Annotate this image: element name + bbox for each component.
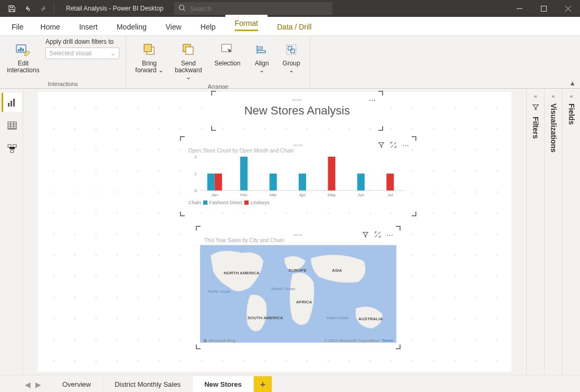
chart-plot-area: 012JanFebMarAprMayJunJul [184,155,412,199]
chevron-down-icon: ⌄ [110,50,116,57]
data-view-button[interactable] [2,116,22,135]
side-panes: « Filters « Visualizations « Fields [526,89,580,375]
filter-icon[interactable] [362,231,369,240]
svg-rect-30 [270,174,277,190]
workspace: ══ ⋯ New Stores Analysis ══ ⋯ Open Store… [0,89,580,375]
svg-rect-16 [13,99,15,107]
ribbon: Edit interactions Apply drill down filte… [0,36,580,89]
visual-options-icon[interactable]: ⋯ [386,231,393,240]
tab-view[interactable]: View [156,18,191,35]
ribbon-group-label: Interactions [48,81,78,88]
svg-rect-20 [11,150,14,152]
filter-icon[interactable] [378,141,385,150]
tab-help[interactable]: Help [191,18,225,35]
tab-data-drill[interactable]: Data / Drill [268,18,321,35]
page-next-button[interactable]: ▶ [33,380,43,389]
filters-pane[interactable]: « Filters [526,89,544,375]
svg-rect-3 [18,49,20,51]
edit-interactions-button[interactable]: Edit interactions [6,38,40,76]
page-prev-button[interactable]: ◀ [22,380,33,389]
expand-icon: « [534,93,537,99]
svg-rect-36 [357,174,365,190]
fields-pane[interactable]: « Fields [562,89,580,375]
tab-modeling[interactable]: Modeling [107,18,156,35]
map-attribution: © 2022 Microsoft Corporation Terms [324,338,393,343]
search-input[interactable] [190,5,328,13]
map-provider: ▣ Microsoft Bing [203,338,235,343]
bring-forward-icon [142,40,157,59]
group-label: Group⌄ [282,60,300,74]
tab-home[interactable]: Home [31,18,70,35]
svg-text:Jun: Jun [357,193,364,197]
align-button[interactable]: Align⌄ [250,38,274,76]
svg-text:1: 1 [195,171,197,176]
svg-text:SOUTH AMERICA: SOUTH AMERICA [248,315,283,320]
quick-access-toolbar [0,1,51,16]
legend-prefix: Chain [188,200,201,205]
report-view-button[interactable] [2,93,22,112]
svg-text:Indian Ocean: Indian Ocean [327,316,349,320]
expand-icon: « [552,93,555,99]
svg-rect-15 [11,101,12,107]
tab-format[interactable]: Format [225,15,268,35]
drag-handle-icon[interactable]: ══ [293,231,303,238]
drag-handle-icon[interactable]: ══ [292,96,302,103]
redo-button[interactable] [36,1,51,16]
selection-pane-button[interactable]: Selection [211,38,244,69]
divider [54,3,54,14]
svg-rect-13 [291,49,294,53]
model-view-button[interactable] [2,139,22,158]
page-tabs: ◀ ▶ Overview District Monthly Sales New … [0,375,580,392]
page-tab-monthly[interactable]: District Monthly Sales [103,376,193,392]
bring-forward-button[interactable]: Bring forward ⌄ [132,38,166,76]
svg-text:Atlantic Ocean: Atlantic Ocean [271,287,296,291]
drag-handle-icon[interactable]: ══ [293,141,303,149]
send-backward-button[interactable]: Send backward ⌄ [172,38,205,83]
titlebar: Retail Analysis - Power BI Desktop [0,0,580,17]
maximize-button[interactable] [531,0,556,17]
svg-text:Mar: Mar [270,193,277,197]
page-tab-new-stores[interactable]: New Stores [193,376,254,392]
undo-button[interactable] [20,1,35,16]
map-terms-link[interactable]: Terms [382,338,393,343]
ribbon-collapse-button[interactable]: ▲ [569,79,576,87]
svg-rect-34 [328,157,335,190]
svg-text:Jul: Jul [387,193,393,197]
page-tab-overview[interactable]: Overview [51,376,103,392]
svg-rect-14 [8,103,9,107]
tab-insert[interactable]: Insert [70,18,107,35]
svg-text:ASIA: ASIA [332,268,342,273]
add-page-button[interactable]: + [254,376,272,393]
svg-rect-28 [240,157,248,190]
visual-options-icon[interactable]: ⋯ [402,141,409,150]
visual-options-icon[interactable]: ⋯ [369,96,376,104]
svg-rect-4 [20,47,22,51]
close-button[interactable] [556,0,580,17]
svg-text:May: May [328,193,336,197]
selection-icon [220,40,235,59]
send-backward-icon [181,40,196,59]
map-visual[interactable]: ══ ⋯ This Year Sales by City and Chain N… [200,230,396,345]
focus-mode-icon[interactable] [374,231,381,240]
bar-chart-visual[interactable]: ══ ⋯ Open Store Count by Open Month and … [184,140,412,212]
save-button[interactable] [4,1,19,16]
visualizations-pane[interactable]: « Visualizations [544,89,562,375]
title-text-visual[interactable]: ══ ⋯ New Stores Analysis [215,95,379,127]
send-backward-label: Send backward ⌄ [173,60,204,81]
tab-file[interactable]: File [4,18,31,35]
legend-swatch-b [244,200,249,205]
drill-filter-control: Apply drill down filters to Selected vis… [45,38,119,59]
chart-legend: Chain Fashions Direct Lindseys [184,199,412,206]
focus-mode-icon[interactable] [390,141,397,150]
svg-rect-9 [186,47,193,54]
group-button[interactable]: Group⌄ [279,38,303,76]
svg-text:Jan: Jan [211,193,218,197]
funnel-icon [532,103,539,112]
search-box[interactable] [174,2,332,15]
drill-filter-dropdown[interactable]: Selected visual ⌄ [45,47,119,59]
svg-text:AFRICA: AFRICA [296,300,312,304]
svg-text:0: 0 [195,188,197,193]
minimize-button[interactable] [507,0,531,17]
report-canvas[interactable]: ══ ⋯ New Stores Analysis ══ ⋯ Open Store… [38,92,511,371]
svg-text:NORTH AMERICA: NORTH AMERICA [224,271,260,275]
